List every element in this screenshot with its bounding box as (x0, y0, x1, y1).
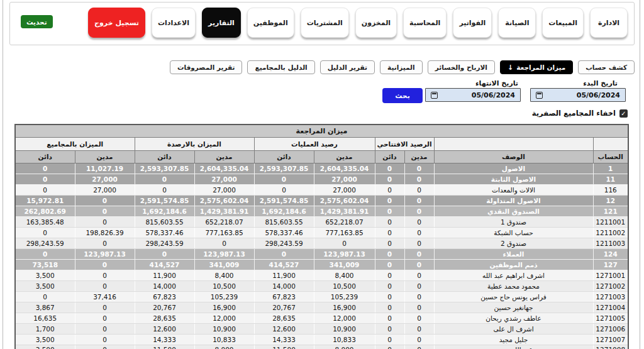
group-empty-desc (434, 137, 593, 150)
nav-button[interactable]: الصيانة (498, 8, 536, 38)
cell-account: 1271002 (593, 280, 628, 291)
nav-button[interactable]: الفواتير (453, 8, 492, 38)
table-row: 1271001اشرف ابراهيم عبد الله008,40011,90… (15, 270, 628, 280)
cell-tot_debit: 37,416 (75, 291, 135, 302)
report-tab-label: كشف حساب (586, 64, 627, 71)
cell-bal_debit: 1,429,381.91 (194, 206, 254, 216)
cell-bal_credit: 11,500 (135, 345, 194, 349)
cell-open_debit: 0 (404, 270, 434, 280)
cell-desc: صندوق 2 (434, 238, 593, 248)
cell-tot_credit: 163,385.48 (15, 216, 75, 227)
cell-tot_credit: 3,500 (15, 334, 75, 345)
cell-tot_credit: 3,500 (15, 345, 75, 349)
cell-bal_debit: 27,000 (194, 184, 254, 195)
col-tot-debit: مدين (75, 150, 135, 163)
nav-button[interactable]: الموظفين (247, 8, 294, 38)
cell-desc: اشرف ال على (434, 323, 593, 334)
cell-desc: جليل مجيد (434, 334, 593, 345)
cell-bal_credit: 20,767 (135, 302, 194, 313)
nav-button[interactable]: تسجيل خروج (88, 8, 145, 38)
cell-open_credit: 0 (375, 270, 404, 280)
search-button[interactable]: بحث (382, 88, 423, 103)
cell-ops_debit: 2,604,335.04 (314, 163, 375, 174)
start-date-label: تاريخ البدء (583, 79, 618, 87)
cell-ops_debit: 123,987.13 (314, 248, 375, 259)
cell-ops_credit: 14,000 (254, 280, 314, 291)
cell-desc: الاصول المتداولة (434, 195, 593, 206)
cell-open_credit: 0 (375, 323, 404, 334)
nav-button[interactable]: المخزون (355, 8, 397, 38)
cell-open_credit: 0 (375, 163, 404, 174)
cell-account: 1211001 (593, 216, 628, 227)
cell-tot_debit: 0 (75, 259, 135, 270)
cell-bal_credit: 414,527 (135, 259, 194, 270)
report-tab[interactable]: الدليل بالمجاميع (247, 60, 314, 74)
cell-tot_debit: 0 (75, 323, 135, 334)
cell-bal_debit: 105,239 (194, 291, 254, 302)
group-empty-account (593, 137, 628, 150)
cell-tot_debit: 0 (75, 238, 135, 248)
table-subheader-row: الحساب الوصف مدين دائن مدين دائن مدين دا… (15, 150, 628, 163)
cell-ops_credit: 815,603.55 (254, 216, 314, 227)
cell-bal_debit: 12,000 (194, 313, 254, 323)
cell-bal_debit: 777,163.85 (194, 227, 254, 238)
cell-tot_credit: 73,518 (15, 259, 75, 270)
end-date-input[interactable]: 05/06/2024 (425, 88, 521, 102)
table-row: 124العملاء00123,987.130123,987.130123,98… (15, 248, 628, 259)
cell-tot_credit: 262,802.69 (15, 206, 75, 216)
hide-zero-checkbox[interactable]: ✓ (619, 109, 628, 118)
cell-tot_credit: 3,500 (15, 280, 75, 291)
cell-tot_credit: 0 (15, 248, 75, 259)
cell-bal_credit: 2,591,574.85 (135, 195, 194, 206)
cell-open_debit: 0 (404, 206, 434, 216)
table-row: 1271005عاطف رشدي ريحان0012,00028,63512,0… (15, 313, 628, 323)
report-tab[interactable]: الميزانية (380, 60, 423, 74)
report-tab[interactable]: تقرير الدليل (320, 60, 375, 74)
cell-bal_debit: 8,400 (194, 270, 254, 280)
start-date-input[interactable]: 05/06/2024 (530, 88, 626, 102)
cell-open_credit: 0 (375, 238, 404, 248)
cell-account: 1211002 (593, 227, 628, 238)
cell-tot_debit: 0 (75, 270, 135, 280)
cell-desc: جهانغير حسين (434, 302, 593, 313)
report-tab[interactable]: تقرير المصروفات (170, 60, 243, 74)
cell-account: 1211003 (593, 238, 628, 248)
cell-tot_credit: 1,700 (15, 323, 75, 334)
table-row: 12الاصول المتداولة002,575,602.042,591,57… (15, 195, 628, 206)
cell-desc: فراس يونس حاج حسين (434, 291, 593, 302)
cell-ops_credit: 67,823 (254, 291, 314, 302)
report-tab[interactable]: ميزان المراجعة↓ (500, 60, 573, 74)
cell-ops_debit: 10,900 (314, 323, 375, 334)
cell-tot_debit: 0 (75, 216, 135, 227)
nav-button[interactable]: المحاسبة (403, 8, 447, 38)
cell-tot_debit: 0 (75, 206, 135, 216)
col-bal-credit: دائن (135, 150, 194, 163)
calendar-icon[interactable] (536, 92, 543, 99)
cell-ops_debit: 27,000 (314, 174, 375, 184)
nav-button[interactable]: المبيعات (542, 8, 584, 38)
nav-button[interactable]: الاعدادات (152, 8, 196, 38)
cell-desc: صندوق 1 (434, 216, 593, 227)
cell-bal_credit: 815,603.55 (135, 216, 194, 227)
cell-bal_debit: 27,000 (194, 174, 254, 184)
cell-ops_credit: 0 (254, 174, 314, 184)
refresh-button[interactable]: تحديث (21, 15, 53, 28)
nav-button[interactable]: الادارة (590, 8, 628, 38)
report-tab[interactable]: كشف حساب (578, 60, 635, 74)
nav-button[interactable]: التقارير (202, 8, 241, 38)
table-row: 1271007جليل مجيد0010,83314,33310,83314,3… (15, 334, 628, 345)
report-tab[interactable]: الارباح والخسائر (428, 60, 495, 74)
table-row: 1271004جهانغير حسين0016,90020,76716,9002… (15, 302, 628, 313)
cell-ops_credit: 20,767 (254, 302, 314, 313)
cell-tot_credit: 0 (15, 184, 75, 195)
cell-open_debit: 0 (404, 313, 434, 323)
cell-tot_debit: 0 (75, 302, 135, 313)
cell-tot_debit: 0 (75, 345, 135, 349)
cell-desc: الاصول الثابتة (434, 174, 593, 184)
nav-button[interactable]: المشتريات (301, 8, 349, 38)
cell-desc: عبد الله محمد (434, 345, 593, 349)
col-bal-debit: مدين (194, 150, 254, 163)
cell-ops_debit: 777,163.85 (314, 227, 375, 238)
calendar-icon[interactable] (431, 92, 438, 99)
cell-open_debit: 0 (404, 345, 434, 349)
